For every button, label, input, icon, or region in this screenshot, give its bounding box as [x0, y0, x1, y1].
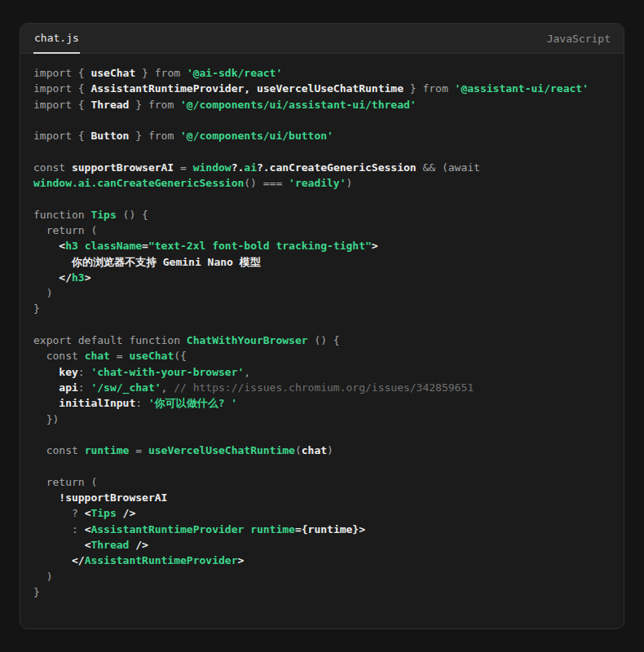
code-line: import { Thread } from '@/components/ui/…: [33, 97, 611, 112]
code-line: </h3>: [33, 270, 611, 285]
code-line: [33, 427, 611, 443]
code-line: export default function ChatWithYourBrow…: [33, 333, 611, 348]
code-line: import { Button } from '@/components/ui/…: [33, 128, 611, 143]
code-line: [33, 143, 611, 159]
code-line: return (: [33, 474, 611, 490]
code-line: [33, 317, 611, 333]
code-content: import { useChat } from '@ai-sdk/react'i…: [20, 54, 624, 628]
code-line: <Thread />: [33, 537, 611, 553]
code-line: initialInput: '你可以做什么? ': [33, 395, 611, 411]
language-badge: JavaScript: [547, 24, 611, 53]
code-line: function Tips () {: [33, 207, 611, 222]
code-line: : <AssistantRuntimeProvider runtime={run…: [33, 522, 611, 537]
code-block-header: chat.js JavaScript: [20, 24, 624, 54]
code-line: import { AssistantRuntimeProvider, useVe…: [33, 81, 611, 96]
tab-chat-js[interactable]: chat.js: [33, 24, 80, 54]
code-line: ): [33, 285, 611, 301]
code-line: }): [33, 412, 611, 427]
code-line: window.ai.canCreateGenericSession() === …: [33, 175, 611, 191]
code-line: }: [33, 584, 611, 600]
code-line: return (: [33, 222, 611, 238]
code-line: api: '/sw/_chat', // https://issues.chro…: [33, 380, 611, 395]
code-line: const runtime = useVercelUseChatRuntime(…: [33, 443, 611, 458]
code-line: }: [33, 301, 611, 316]
code-line: import { useChat } from '@ai-sdk/react': [33, 65, 611, 81]
code-line: 你的浏览器不支持 Gemini Nano 模型: [33, 254, 611, 270]
code-line: key: 'chat-with-your-browser',: [33, 364, 611, 380]
code-line: const chat = useChat({: [33, 348, 611, 363]
code-block: chat.js JavaScript import { useChat } fr…: [20, 23, 624, 629]
code-line: [33, 112, 611, 128]
code-line: ): [33, 569, 611, 584]
code-line: !supportBrowserAI: [33, 490, 611, 505]
code-line: [33, 458, 611, 474]
code-line: [33, 191, 611, 206]
code-line: const supportBrowserAI = window?.ai?.can…: [33, 160, 611, 175]
code-line: </AssistantRuntimeProvider>: [33, 553, 611, 568]
code-line: <h3 className="text-2xl font-bold tracki…: [33, 238, 611, 253]
code-line: ? <Tips />: [33, 505, 611, 521]
